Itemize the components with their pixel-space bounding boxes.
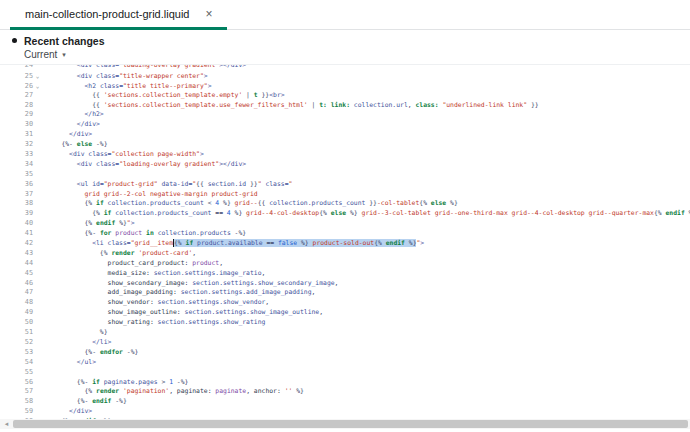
code-line[interactable]: 57 {% render 'pagination', paginate: pag… bbox=[0, 387, 690, 397]
code-line[interactable]: 53 {%- endfor -%} bbox=[0, 348, 690, 358]
gutter-cell: 56 bbox=[0, 378, 42, 388]
code-line[interactable]: 40 {% endif %}"> bbox=[0, 219, 690, 229]
code-token: product_card_product: bbox=[108, 259, 189, 267]
gutter-cell: 47 bbox=[0, 288, 42, 298]
code-line[interactable]: 45 media_size: section.settings.image_ra… bbox=[0, 269, 690, 279]
scroll-left-arrow-icon[interactable]: ◂ bbox=[0, 420, 13, 428]
gutter-cell: 52 bbox=[0, 338, 42, 348]
code-token: -%} bbox=[123, 348, 138, 356]
code-token: grid--3-col-tablet grid--one-third-max g… bbox=[358, 209, 654, 217]
code-token: section.settings.show_image_outline bbox=[185, 308, 320, 316]
code-line[interactable]: 44 product_card_product: product, bbox=[0, 259, 690, 269]
code-content: </div> bbox=[42, 120, 100, 130]
code-token: {% bbox=[174, 239, 186, 247]
code-line[interactable]: 28 {{ 'sections.collection_template.use_… bbox=[0, 101, 690, 111]
code-token bbox=[46, 110, 84, 118]
code-token: <div bbox=[69, 150, 84, 158]
gutter-cell: 44 bbox=[0, 259, 42, 269]
code-token bbox=[46, 308, 108, 316]
code-token: {%- bbox=[46, 378, 92, 386]
code-editor[interactable]: 24 <div class="loading-overlay gradient"… bbox=[0, 65, 690, 426]
horizontal-scrollbar[interactable]: ◂ bbox=[0, 419, 690, 429]
code-token: , bbox=[265, 298, 269, 306]
code-token: }} bbox=[365, 199, 377, 207]
code-token: class= bbox=[96, 72, 119, 80]
close-icon[interactable]: × bbox=[205, 8, 212, 20]
code-token: section.settings.show_secondary_image bbox=[192, 279, 334, 287]
code-line[interactable]: 34 <div class="loading-overlay gradient"… bbox=[0, 160, 690, 170]
code-token: </li> bbox=[92, 338, 111, 346]
code-token: render bbox=[111, 249, 134, 257]
scrollbar-thumb[interactable] bbox=[13, 420, 688, 428]
code-line[interactable]: 25⌄ <div class="title-wrapper center"> bbox=[0, 71, 690, 81]
code-line[interactable]: 32 {%- else -%} bbox=[0, 140, 690, 150]
line-number: 51 bbox=[25, 328, 33, 338]
tab-main-collection-product-grid[interactable]: main-collection-product-grid.liquid × bbox=[10, 0, 227, 30]
recent-changes-panel: Recent changes Current ▾ bbox=[0, 30, 690, 65]
code-line[interactable]: 39 {% if collection.products_count == 4 … bbox=[0, 209, 690, 219]
code-line[interactable]: 48 show_vendor: section.settings.show_ve… bbox=[0, 298, 690, 308]
code-token: data-id= bbox=[161, 180, 192, 188]
code-token bbox=[46, 279, 108, 287]
code-token: class= bbox=[96, 160, 119, 168]
code-line[interactable]: 36 <ul id="product-grid" data-id="{{ sec… bbox=[0, 180, 690, 190]
code-line[interactable]: 55 bbox=[0, 368, 690, 378]
code-token bbox=[46, 239, 92, 247]
code-token bbox=[46, 288, 108, 296]
code-line[interactable]: 56 {%- if paginate.pages > 1 -%} bbox=[0, 378, 690, 388]
code-line[interactable]: 27 {{ 'sections.collection_template.empt… bbox=[0, 91, 690, 101]
code-line[interactable]: 33 <div class="collection page-width"> bbox=[0, 150, 690, 160]
code-line[interactable]: 37 grid grid--2-col negative-margin prod… bbox=[0, 190, 690, 200]
line-number: 27 bbox=[25, 91, 33, 101]
code-token: <h2 bbox=[84, 82, 96, 90]
line-number: 40 bbox=[25, 219, 33, 229]
code-line[interactable]: 42 <li class="grid__item{% if product.av… bbox=[0, 239, 690, 249]
code-token bbox=[46, 190, 84, 198]
code-token: , bbox=[312, 288, 316, 296]
code-line[interactable]: 38 {% if collection.products_count < 4 %… bbox=[0, 199, 690, 209]
code-line[interactable]: 41 {%- for product in collection.product… bbox=[0, 229, 690, 239]
code-line[interactable]: 49 show_image_outline: section.settings.… bbox=[0, 308, 690, 318]
code-line[interactable]: 54 </ul> bbox=[0, 358, 690, 368]
version-dropdown[interactable]: Current ▾ bbox=[24, 49, 690, 60]
code-line[interactable]: 59 </div> bbox=[0, 407, 690, 417]
code-token bbox=[46, 82, 84, 90]
line-number: 43 bbox=[25, 249, 33, 259]
code-line[interactable]: 47 add_image_padding: section.settings.a… bbox=[0, 288, 690, 298]
line-number: 30 bbox=[25, 120, 33, 130]
code-content: <ul id="product-grid" data-id="{{ sectio… bbox=[42, 180, 292, 190]
code-token: show_image_outline: bbox=[108, 308, 181, 316]
code-token: paginate.pages bbox=[104, 378, 158, 386]
code-line[interactable]: 46 show_secondary_image: section.setting… bbox=[0, 279, 690, 289]
code-line[interactable]: 30 </div> bbox=[0, 120, 690, 130]
code-token: collection.url bbox=[354, 101, 408, 109]
code-token: > bbox=[208, 82, 212, 90]
line-number: 52 bbox=[25, 338, 33, 348]
code-token: link: bbox=[331, 101, 350, 109]
tab-bar: main-collection-product-grid.liquid × bbox=[0, 0, 690, 30]
code-line[interactable]: 52 </li> bbox=[0, 338, 690, 348]
code-line[interactable]: 26⌄ <h2 class="title title--primary"> bbox=[0, 81, 690, 91]
line-number: 38 bbox=[25, 199, 33, 209]
code-token: show_rating: bbox=[108, 318, 154, 326]
chevron-down-icon[interactable]: ⌄ bbox=[36, 82, 40, 89]
gutter-cell: 42 bbox=[0, 239, 42, 249]
code-line[interactable]: 58 {%- endif -%} bbox=[0, 397, 690, 407]
code-token: section.settings.show_vendor bbox=[158, 298, 266, 306]
code-line[interactable]: 35 bbox=[0, 170, 690, 180]
code-token: "product-grid" bbox=[104, 180, 158, 188]
code-token: {% bbox=[46, 199, 96, 207]
code-line[interactable]: 51 %} bbox=[0, 328, 690, 338]
code-line[interactable]: 29 </h2> bbox=[0, 110, 690, 120]
code-token: -%} bbox=[231, 229, 246, 237]
code-token: {{ bbox=[46, 91, 104, 99]
code-token: {% bbox=[374, 239, 386, 247]
code-token: }} bbox=[246, 180, 258, 188]
code-line[interactable]: 43 {% render 'product-card', bbox=[0, 249, 690, 259]
code-line[interactable]: 31 </div> bbox=[0, 130, 690, 140]
gutter-cell: 49 bbox=[0, 308, 42, 318]
code-token: "loading-overlay gradient" bbox=[119, 65, 219, 69]
code-content: <li class="grid__item{% if product.avail… bbox=[42, 239, 424, 249]
code-line[interactable]: 50 show_rating: section.settings.show_ra… bbox=[0, 318, 690, 328]
chevron-down-icon[interactable]: ⌄ bbox=[36, 72, 40, 79]
